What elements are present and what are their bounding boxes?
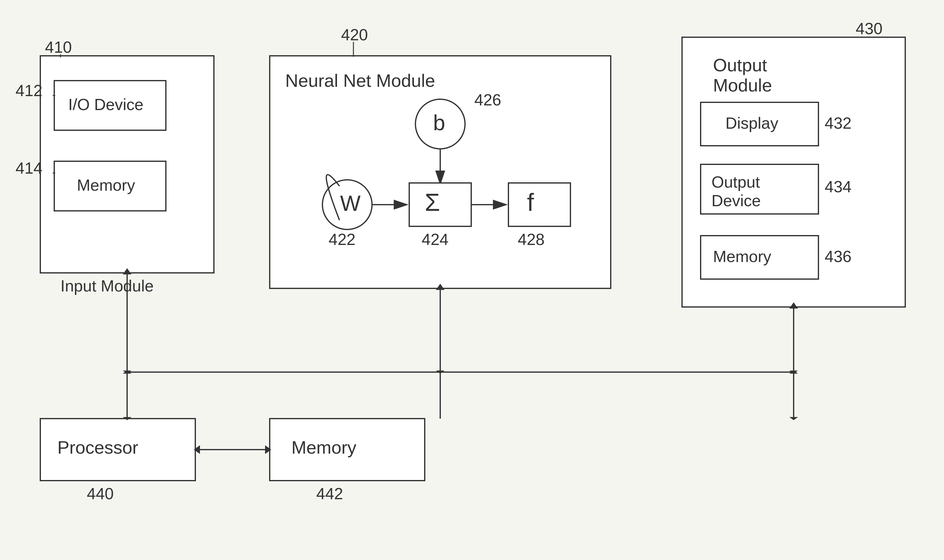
output-module-text: Output xyxy=(713,55,767,75)
display-label: Display xyxy=(726,114,778,132)
label-426: 426 xyxy=(474,91,501,109)
label-428: 428 xyxy=(518,231,545,248)
label-434: 434 xyxy=(825,178,852,195)
sigma-label: Σ xyxy=(425,189,440,216)
b-label: b xyxy=(433,111,445,135)
label-436: 436 xyxy=(825,248,852,265)
label-442: 442 xyxy=(316,485,343,503)
label-420: 420 xyxy=(341,26,368,44)
label-410: 410 xyxy=(45,38,72,56)
label-430: 430 xyxy=(856,20,883,37)
f-label: f xyxy=(527,189,534,216)
input-module-text: Input Module xyxy=(60,277,154,295)
output-device-label1: Output xyxy=(712,173,760,191)
label-424: 424 xyxy=(421,231,449,248)
diagram-container: 410 I/O Device 412 Memory 414 Input Modu… xyxy=(0,0,944,560)
processor-label: Processor xyxy=(57,437,138,457)
label-440: 440 xyxy=(87,485,114,503)
label-414: 414 xyxy=(15,159,43,177)
output-device-label2: Device xyxy=(712,192,761,209)
sigma-box xyxy=(409,183,471,226)
output-module-text2: Module xyxy=(713,75,772,95)
io-device-label: I/O Device xyxy=(68,95,143,114)
label-412: 412 xyxy=(15,82,43,100)
bottom-memory-label: Memory xyxy=(291,437,356,457)
label-422: 422 xyxy=(329,231,355,248)
neural-net-module-text: Neural Net Module xyxy=(285,71,435,91)
input-memory-label: Memory xyxy=(77,176,135,194)
f-box xyxy=(509,183,570,226)
w-label: W xyxy=(340,191,361,215)
label-432: 432 xyxy=(825,114,852,132)
output-memory-label: Memory xyxy=(713,248,771,265)
